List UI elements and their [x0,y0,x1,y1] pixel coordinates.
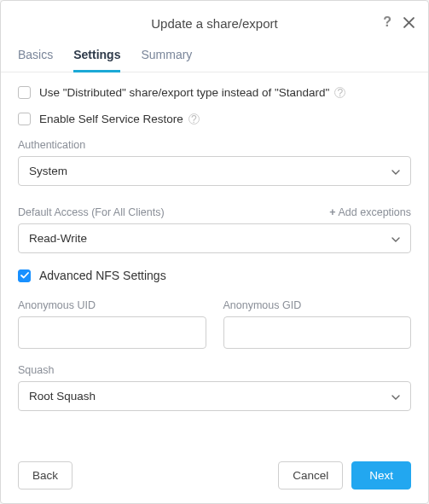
distributed-label: Use "Distributed" share/export type inst… [39,86,329,99]
anon-gid-input[interactable] [223,316,412,349]
distributed-checkbox[interactable] [18,86,31,99]
tab-basics[interactable]: Basics [18,43,53,72]
cancel-button[interactable]: Cancel [278,461,343,490]
add-exceptions-text: Add exceptions [339,206,411,218]
anon-uid-label: Anonymous UID [18,299,206,311]
self-service-label: Enable Self Service Restore [39,113,183,125]
default-access-label: Default Access (For All Clients) [18,206,165,218]
modal-footer: Back Cancel Next [1,449,428,503]
anon-uid-input[interactable] [18,316,206,349]
next-button[interactable]: Next [351,461,411,490]
tab-summary[interactable]: Summary [141,43,192,72]
help-icon[interactable]: ? [383,14,391,30]
settings-panel: Use "Distributed" share/export type inst… [1,72,428,449]
footer-right: Cancel Next [278,461,411,490]
modal-update-share: Update a share/export ? Basics Settings … [0,0,429,504]
tab-settings[interactable]: Settings [73,43,120,72]
add-exceptions-link[interactable]: +Add exceptions [329,206,411,218]
close-icon[interactable] [403,17,415,28]
self-service-row: Enable Self Service Restore ? [18,113,411,125]
modal-title: Update a share/export [18,16,411,31]
anon-uid-col: Anonymous UID [18,294,206,349]
advanced-nfs-checkbox[interactable] [18,269,31,282]
anonymous-ids-row: Anonymous UID Anonymous GID [18,294,411,349]
self-service-checkbox[interactable] [18,113,31,125]
plus-icon: + [329,206,335,218]
authentication-label: Authentication [18,139,411,151]
back-button[interactable]: Back [18,461,72,490]
anon-gid-col: Anonymous GID [223,294,412,349]
squash-select[interactable]: Root Squash [18,381,411,411]
default-access-value: Read-Write [29,232,87,245]
advanced-nfs-row: Advanced NFS Settings [18,269,411,282]
chevron-down-icon [391,232,400,245]
tabs: Basics Settings Summary [1,43,428,72]
distributed-row: Use "Distributed" share/export type inst… [18,86,411,99]
squash-label: Squash [18,364,411,376]
default-access-select[interactable]: Read-Write [18,223,411,253]
chevron-down-icon [391,390,400,403]
default-access-label-row: Default Access (For All Clients) +Add ex… [18,201,411,223]
advanced-nfs-label: Advanced NFS Settings [39,269,166,282]
header-actions: ? [383,14,415,30]
info-icon[interactable]: ? [334,87,345,98]
authentication-value: System [29,165,67,177]
info-icon[interactable]: ? [188,113,200,125]
authentication-select[interactable]: System [18,156,411,186]
modal-header: Update a share/export ? [1,1,428,43]
anon-gid-label: Anonymous GID [223,299,412,311]
chevron-down-icon [391,165,400,177]
squash-value: Root Squash [29,390,96,403]
